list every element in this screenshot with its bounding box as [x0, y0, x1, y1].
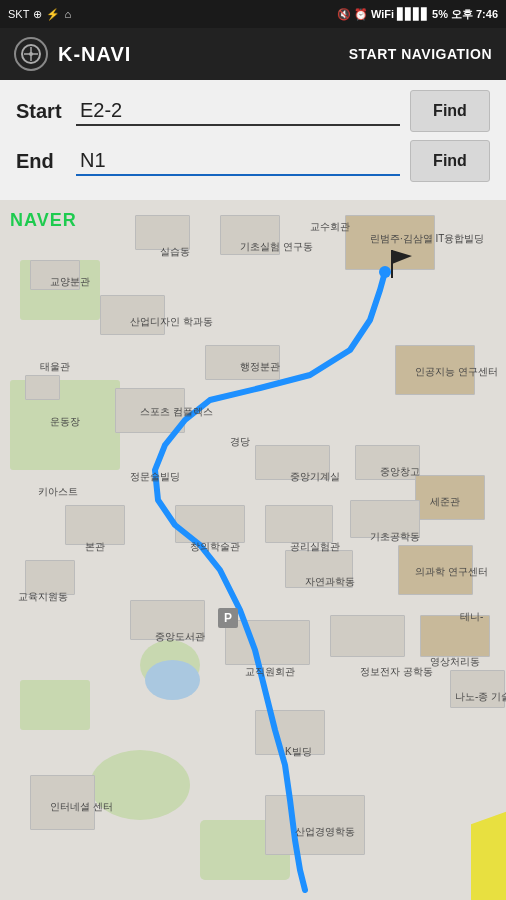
map-label: 교직원회관 [245, 665, 295, 679]
wifi-icon: WiFi [371, 8, 394, 20]
map-label: 테니- [460, 610, 483, 624]
svg-marker-5 [392, 250, 412, 264]
map-label: 경당 [230, 435, 250, 449]
map-label: 창의학술관 [190, 540, 240, 554]
end-row: End Find [16, 140, 490, 182]
form-area: Start Find End Find [0, 80, 506, 200]
map-label: 교양분관 [50, 275, 90, 289]
start-label: Start [16, 100, 66, 123]
map-label: 인터네셜 센터 [50, 800, 113, 814]
start-input[interactable] [76, 97, 400, 126]
map-label: 영상처리동 [430, 655, 480, 669]
map-label: 키아스트 [38, 485, 78, 499]
start-navigation-button[interactable]: START NAVIGATION [349, 46, 492, 62]
status-right: 🔇 ⏰ WiFi ▋▋▋▋ 5% 오후 7:46 [337, 7, 498, 22]
map-label: 기초실험 연구동 [240, 240, 313, 254]
map-label: 실습동 [160, 245, 190, 259]
map-label: 스포츠 컴플렉스 [140, 405, 213, 419]
status-left: SKT ⊕ ⚡ ⌂ [8, 8, 71, 21]
signal-bars: ▋▋▋▋ [397, 8, 429, 21]
end-input[interactable] [76, 147, 400, 176]
map-label: 린범주·김삼열 IT융합빌딩 [370, 232, 484, 246]
start-find-button[interactable]: Find [410, 90, 490, 132]
end-find-button[interactable]: Find [410, 140, 490, 182]
map-label: 공리실험관 [290, 540, 340, 554]
route-overlay [0, 200, 506, 900]
destination-flag [388, 248, 416, 287]
app-header: K-NAVI START NAVIGATION [0, 28, 506, 80]
parking-symbol: P [218, 608, 238, 628]
map-label: 중앙창고 [380, 465, 420, 479]
naver-logo: NAVER [10, 210, 77, 231]
app-title: K-NAVI [58, 43, 131, 66]
map-label: 산업경영학동 [295, 825, 355, 839]
carrier-text: SKT [8, 8, 29, 20]
map-label: 중앙도서관 [155, 630, 205, 644]
map-label: 나노-종 기술동 [455, 690, 506, 704]
mute-icon: 🔇 [337, 8, 351, 21]
map-label: 세준관 [430, 495, 460, 509]
usb-icon: ⚡ [46, 8, 60, 21]
map-label: 정보전자 공학동 [360, 665, 433, 679]
map-label: K빌딩 [285, 745, 312, 759]
status-bar: SKT ⊕ ⚡ ⌂ 🔇 ⏰ WiFi ▋▋▋▋ 5% 오후 7:46 [0, 0, 506, 28]
signal-icon: ⊕ [33, 8, 42, 21]
map-label: 정문술빌딩 [130, 470, 180, 484]
map-label: 자연과학동 [305, 575, 355, 589]
map-label: 운동장 [50, 415, 80, 429]
home-icon: ⌂ [64, 8, 71, 20]
start-row: Start Find [16, 90, 490, 132]
map-label: 본관 [85, 540, 105, 554]
time-text: 오후 7:46 [451, 7, 498, 22]
map-label: 중앙기계실 [290, 470, 340, 484]
svg-point-3 [29, 52, 33, 56]
map-label: 기초공학동 [370, 530, 420, 544]
map-area: P NAVER 교수회관실습동기초실험 연구동린범주·김삼열 IT융합빌딩교양분… [0, 200, 506, 900]
map-label: 태울관 [40, 360, 70, 374]
map-label: 인공지능 연구센터 [415, 365, 498, 379]
map-label: 의과학 연구센터 [415, 565, 488, 579]
map-label: 산업디자인 학과동 [130, 315, 213, 329]
map-label: 행정분관 [240, 360, 280, 374]
alarm-icon: ⏰ [354, 8, 368, 21]
map-label: 교육지원동 [18, 590, 68, 604]
map-label: 교수회관 [310, 220, 350, 234]
compass-icon [14, 37, 48, 71]
end-label: End [16, 150, 66, 173]
app-title-group: K-NAVI [14, 37, 131, 71]
battery-text: 5% [432, 8, 448, 20]
